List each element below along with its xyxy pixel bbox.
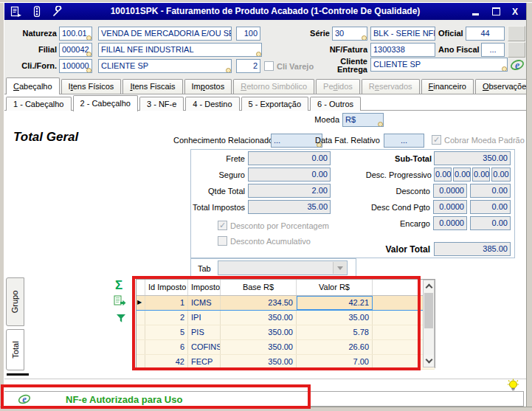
tab-itens-fiscais[interactable]: Itens Fiscais (122, 79, 182, 94)
combo-dropdown-button[interactable] (333, 262, 346, 274)
desc-progressivo-field-1[interactable]: 0.00 (434, 167, 452, 182)
desc-progressivo-field-3[interactable]: 0.00 (472, 167, 490, 182)
cell-imposto[interactable]: ICMS (188, 296, 221, 310)
impostos-table[interactable]: Id ImpostoImpostoBase R$Valor R$ ▶1ICMS2… (136, 279, 435, 368)
cell-base[interactable]: 350.00 (221, 325, 297, 339)
cell-id-imposto[interactable]: 2 (145, 311, 188, 325)
scroll-down-button[interactable] (424, 355, 434, 367)
table-row-pis[interactable]: 5PIS350.005.78 (137, 325, 435, 340)
serie-code-field[interactable]: 30 (332, 27, 367, 41)
natureza-code-field[interactable]: 100.01 (59, 27, 92, 41)
subtab-4-destino[interactable]: 4 - Destino (185, 97, 239, 111)
table-row-cofins[interactable]: 6COFINS350.0026.60 (137, 340, 435, 355)
document-menu-icon[interactable] (10, 6, 22, 18)
subtab-1-cabe-alho[interactable]: 1 - Cabeçalho (6, 97, 72, 111)
frete-field[interactable]: 0.00 (248, 151, 331, 165)
chevron-down-icon (337, 266, 343, 270)
cell-imposto[interactable]: PIS (188, 325, 221, 339)
nfe-logo-icon[interactable]: e (510, 58, 525, 75)
ano-fiscal-field[interactable]: ... (481, 43, 505, 57)
oficial-field[interactable]: 44 (466, 27, 505, 41)
tab-observa-es[interactable]: Observações (475, 79, 532, 94)
side-tab-grupo[interactable]: Grupo (6, 277, 24, 326)
cell-base[interactable]: 350.00 (221, 311, 297, 325)
desc-cond-value-field[interactable]: 0.00 (470, 200, 511, 214)
cell-id-imposto[interactable]: 1 (145, 296, 188, 310)
filial-code-field[interactable]: 000042 (59, 43, 92, 57)
traffic-light-icon[interactable] (31, 6, 43, 18)
desc-cond-pct-field[interactable]: 0.0000 (433, 200, 467, 214)
row-marker[interactable] (137, 311, 145, 325)
row-marker[interactable] (137, 325, 145, 339)
desconto-pct-field[interactable]: 0.0000 (433, 184, 467, 198)
tab-combo[interactable] (218, 260, 348, 275)
desc-progressivo-field-4[interactable]: 0.00 (491, 167, 511, 182)
tab-financeiro[interactable]: Financeiro (421, 79, 474, 94)
subtab-2-cabe-alho[interactable]: 2 - Cabeçalho (73, 95, 139, 111)
filter-funnel-icon[interactable] (116, 313, 126, 326)
maximize-button[interactable] (489, 6, 502, 17)
table-row-ipi[interactable]: 2IPI350.0035.00 (137, 311, 435, 325)
sub-total-field[interactable]: 350.00 (434, 151, 511, 165)
subtab-3-nf-e[interactable]: 3 - NF-e (139, 97, 184, 111)
encargo-pct-field[interactable]: 0.0000 (433, 216, 467, 230)
export-grid-icon[interactable] (114, 295, 126, 309)
tab-itens-f-sicos[interactable]: Itens Físicos (61, 79, 122, 94)
nf-fatura-field[interactable]: 1300338 (370, 43, 435, 57)
seguro-field[interactable]: 0.00 (248, 167, 331, 182)
total-impostos-field[interactable]: 35.00 (248, 200, 331, 214)
column-header-base-r-[interactable]: Base R$ (221, 280, 297, 295)
data-fat-field[interactable]: ... (384, 134, 424, 148)
cli-forn-code-field[interactable]: 100000 (59, 59, 92, 73)
cell-id-imposto[interactable]: 6 (145, 340, 188, 354)
cell-valor[interactable]: 7.00 (297, 355, 373, 369)
row-marker[interactable] (137, 355, 145, 369)
column-header-id-imposto[interactable]: Id Imposto (145, 280, 188, 295)
subtab-5-exporta-o[interactable]: 5 - Exportação (241, 97, 309, 111)
natureza-desc-field[interactable]: VENDA DE MERCADORIA E/OU SERVI (98, 27, 232, 41)
valor-total-field[interactable]: 385.00 (434, 242, 511, 256)
cliente-entrega-field[interactable]: CLIENTE SP (370, 58, 508, 72)
table-row-icms[interactable]: ▶1ICMS234.5042.21 (137, 296, 435, 311)
cli-forn-extra-field[interactable]: 2 (236, 59, 260, 73)
natureza-extra-field[interactable]: 100 (236, 27, 260, 41)
moeda-field[interactable]: R$ (342, 113, 384, 127)
filial-desc-field[interactable]: FILIAL NFE INDUSTRIAL (98, 43, 262, 57)
qtde-total-field[interactable]: 2.00 (248, 184, 331, 198)
table-scrollbar[interactable] (423, 280, 435, 367)
cell-id-imposto[interactable]: 42 (145, 355, 188, 369)
cli-forn-desc-field[interactable]: CLIENTE SP (98, 59, 232, 73)
cell-base[interactable]: 350.00 (221, 340, 297, 354)
sum-sigma-icon[interactable]: Σ (115, 279, 122, 291)
cell-imposto[interactable]: FECP (188, 355, 221, 369)
scrollbar-thumb[interactable] (424, 293, 433, 328)
table-row-fecp[interactable]: 42FECP350.007.00 (137, 355, 435, 370)
subtab-6-outros[interactable]: 6 - Outros (310, 97, 361, 111)
cell-base[interactable]: 350.00 (221, 355, 297, 369)
cell-imposto[interactable]: IPI (188, 311, 221, 325)
cell-imposto[interactable]: COFINS (188, 340, 221, 354)
ano-fiscal-button[interactable] (508, 42, 525, 58)
cell-base[interactable]: 234.50 (221, 296, 297, 310)
cell-valor[interactable]: 26.60 (297, 340, 373, 354)
minimize-button[interactable] (469, 6, 482, 17)
column-header-valor-r-[interactable]: Valor R$ (297, 280, 373, 295)
close-button[interactable]: X (508, 6, 522, 17)
row-marker[interactable]: ▶ (137, 296, 145, 310)
cell-id-imposto[interactable]: 5 (145, 325, 188, 339)
oficial-button[interactable] (508, 26, 525, 41)
cell-valor[interactable]: 42.21 (297, 296, 373, 310)
serie-desc-field[interactable]: BLK - SERIE NFE (370, 27, 435, 41)
desc-progressivo-field-2[interactable]: 0.00 (453, 167, 471, 182)
tab-impostos[interactable]: Impostos (184, 79, 232, 94)
scroll-up-button[interactable] (424, 280, 434, 292)
cell-valor[interactable]: 35.00 (297, 311, 373, 325)
column-header-imposto[interactable]: Imposto (188, 280, 221, 295)
row-marker[interactable] (137, 340, 145, 354)
cell-valor[interactable]: 5.78 (297, 325, 373, 339)
encargo-value-field[interactable]: 0.00 (470, 216, 511, 230)
tab-cabe-alho[interactable]: Cabeçalho (6, 77, 60, 94)
wrench-icon[interactable] (52, 6, 63, 18)
desconto-value-field[interactable]: 0.00 (470, 184, 511, 198)
side-tab-total[interactable]: Total (6, 329, 24, 370)
